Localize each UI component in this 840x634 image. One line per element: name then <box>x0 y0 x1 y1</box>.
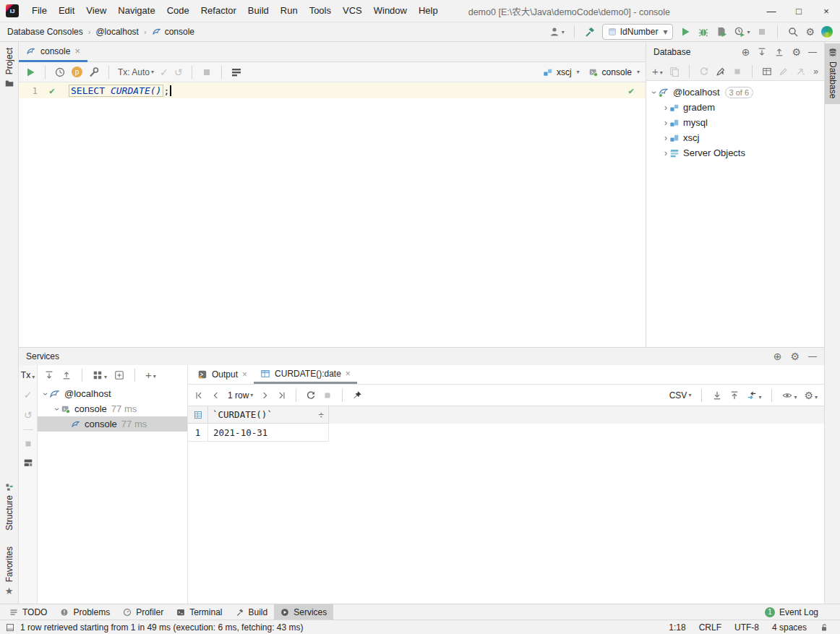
group-by-button[interactable]: ▾ <box>93 370 107 380</box>
chevron-collapsed-icon[interactable]: › <box>662 133 669 143</box>
project-tool-button[interactable]: Project <box>4 48 14 88</box>
execute-button[interactable] <box>25 67 36 78</box>
todo-tool-button[interactable]: TODO <box>3 604 53 620</box>
tree-row-server-objects[interactable]: › Server Objects <box>646 145 824 160</box>
last-page-icon[interactable] <box>276 390 286 400</box>
settings-gear-icon[interactable]: ⚙ <box>792 47 801 57</box>
table-data-icon[interactable] <box>762 67 772 77</box>
collapse-all-icon[interactable] <box>61 370 72 380</box>
pin-tab-icon[interactable] <box>352 390 362 400</box>
terminal-tool-button[interactable]: Terminal <box>170 604 228 620</box>
page-size-select[interactable]: 1 row▾ <box>228 390 253 400</box>
menu-run[interactable]: Run <box>275 0 304 22</box>
run-button[interactable] <box>680 26 691 38</box>
breadcrumb-database-consoles[interactable]: Database Consoles <box>7 27 83 37</box>
hide-panel-icon[interactable]: — <box>808 351 817 361</box>
close-tab-icon[interactable]: × <box>242 369 247 380</box>
menu-refactor[interactable]: Refactor <box>195 0 242 22</box>
close-tab-icon[interactable]: × <box>74 46 80 56</box>
locate-icon[interactable]: ⊕ <box>742 47 750 57</box>
menu-window[interactable]: Window <box>368 0 413 22</box>
service-row-console-session[interactable]: › console 77 ms <box>38 401 187 416</box>
search-everywhere-icon[interactable] <box>787 26 799 38</box>
row-number-cell[interactable]: 1 <box>188 424 208 442</box>
tool-window-switcher-icon[interactable] <box>6 623 14 632</box>
session-select[interactable]: console ▾ <box>588 67 640 77</box>
chevron-expanded-icon[interactable]: › <box>649 89 659 96</box>
add-service-button[interactable]: +▾ <box>145 371 156 380</box>
sql-editor[interactable]: 1 ✔ SELECTCURDATE(); ✔ <box>19 82 646 347</box>
value-cell[interactable]: 2021-10-31 <box>208 424 329 442</box>
hide-panel-icon[interactable]: — <box>808 47 817 57</box>
caret-position[interactable]: 1:18 <box>669 622 685 633</box>
user-account-button[interactable]: ▾ <box>549 26 565 38</box>
history-clock-icon[interactable] <box>54 67 66 78</box>
chevron-collapsed-icon[interactable]: › <box>662 103 669 113</box>
layout-icon[interactable] <box>23 458 33 468</box>
run-configuration-select[interactable]: IdNumber ▾ <box>602 24 674 40</box>
grid-corner-cell[interactable] <box>188 406 208 424</box>
chevron-expanded-icon[interactable]: › <box>52 406 62 413</box>
menu-view[interactable]: View <box>80 0 112 22</box>
database-tool-button[interactable]: Database <box>825 43 840 104</box>
service-row-localhost[interactable]: › @localhost <box>38 386 187 401</box>
tab-output[interactable]: Output × <box>191 365 254 384</box>
locate-icon[interactable]: ⊕ <box>773 351 782 361</box>
menu-build[interactable]: Build <box>242 0 275 22</box>
more-actions-icon[interactable]: » <box>813 67 818 77</box>
run-with-coverage-button[interactable] <box>716 26 727 38</box>
menu-edit[interactable]: Edit <box>53 0 80 22</box>
in-editor-results-icon[interactable] <box>231 67 242 78</box>
menu-tools[interactable]: Tools <box>304 0 337 22</box>
services-tool-button[interactable]: Services <box>274 604 333 620</box>
profiler-button[interactable]: ▾ <box>734 26 750 38</box>
settings-gear-icon[interactable]: ⚙ <box>790 351 800 361</box>
tree-row-mysql[interactable]: › mysql <box>646 115 824 130</box>
profiler-tool-button[interactable]: Profiler <box>116 604 170 620</box>
menu-file[interactable]: File <box>26 0 53 22</box>
export-format-select[interactable]: CSV▾ <box>669 390 692 400</box>
tree-row-xscj[interactable]: › xscj <box>646 130 824 145</box>
grid-settings-button[interactable]: ⚙▾ <box>804 390 818 400</box>
previous-page-icon[interactable] <box>211 390 221 400</box>
view-options-icon[interactable] <box>114 370 124 380</box>
debug-button[interactable] <box>698 26 709 38</box>
minimize-button[interactable]: — <box>758 0 785 22</box>
tx-mode-select[interactable]: Tx: Auto▾ <box>118 67 154 77</box>
import-data-icon[interactable] <box>729 390 740 400</box>
tree-row-localhost[interactable]: › @localhost 3 of 6 <box>646 85 824 100</box>
submit-changes-icon[interactable] <box>716 67 726 77</box>
breadcrumb-console[interactable]: console <box>165 27 194 37</box>
service-row-console-file[interactable]: console 77 ms <box>38 416 187 432</box>
menu-navigate[interactable]: Navigate <box>112 0 160 22</box>
sort-icon[interactable]: ÷ <box>318 409 324 420</box>
favorites-tool-button[interactable]: Favorites ★ <box>4 547 14 596</box>
tree-row-gradem[interactable]: › gradem <box>646 100 824 115</box>
first-page-icon[interactable] <box>194 390 205 400</box>
chevron-collapsed-icon[interactable]: › <box>662 148 669 158</box>
column-header-curdate[interactable]: `CURDATE()` ÷ <box>208 406 329 424</box>
view-button[interactable]: ▾ <box>782 390 797 400</box>
line-separator[interactable]: CRLF <box>699 622 721 633</box>
parameters-icon[interactable]: p <box>72 67 82 77</box>
wrench-icon[interactable] <box>88 67 100 78</box>
menu-help[interactable]: Help <box>413 0 444 22</box>
expand-all-icon[interactable] <box>757 47 767 57</box>
reload-page-icon[interactable] <box>306 390 316 400</box>
event-log-button[interactable]: 1 Event Log <box>765 607 837 617</box>
unlock-icon[interactable] <box>820 623 828 632</box>
settings-gear-icon[interactable]: ⚙ <box>805 27 815 37</box>
indent-setting[interactable]: 4 spaces <box>772 622 807 633</box>
build-tool-button[interactable]: Build <box>229 604 275 620</box>
close-button[interactable]: × <box>813 0 840 22</box>
chevron-collapsed-icon[interactable]: › <box>662 118 669 128</box>
collapse-all-icon[interactable] <box>774 47 784 57</box>
tab-curdate-result[interactable]: CURDATE():date × <box>254 365 357 384</box>
problems-tool-button[interactable]: Problems <box>53 604 116 620</box>
menu-code[interactable]: Code <box>161 0 195 22</box>
chevron-expanded-icon[interactable]: › <box>40 390 51 398</box>
build-hammer-icon[interactable] <box>584 26 596 38</box>
compare-button[interactable]: ▾ <box>747 390 761 400</box>
editor-tab-console[interactable]: console × <box>19 42 87 62</box>
schema-select[interactable]: xscj ▾ <box>543 67 580 77</box>
